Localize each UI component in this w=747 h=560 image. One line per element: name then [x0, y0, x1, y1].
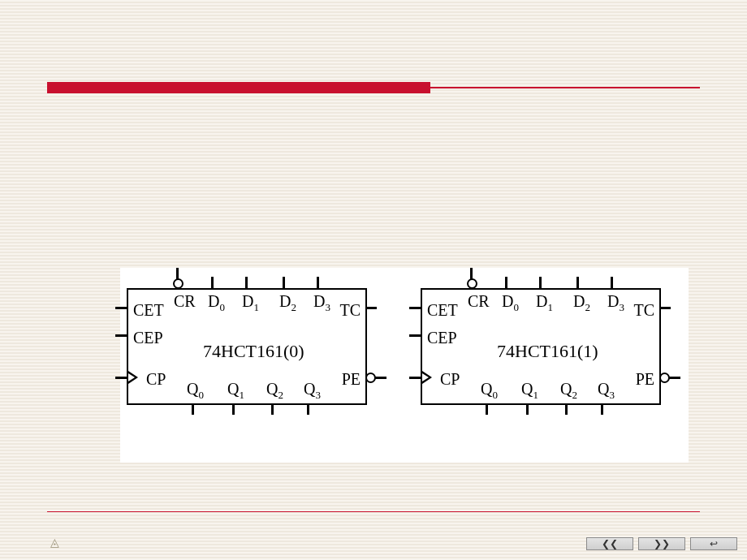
chip-0-q0: Q0 [187, 380, 204, 402]
stub [659, 307, 671, 309]
stub [565, 403, 568, 415]
stub [526, 403, 529, 415]
nav-controls: ❮❮ ❯❯ ↩ [586, 537, 737, 550]
chip-0-d0: D0 [208, 292, 225, 314]
stub [307, 403, 309, 415]
chip-0-q1: Q1 [227, 380, 244, 402]
chip-0-q3: Q3 [304, 380, 321, 402]
chip-0-d1: D1 [242, 292, 259, 314]
stub [505, 277, 507, 288]
chip-1-d1: D1 [536, 292, 553, 314]
footer-line [47, 511, 700, 512]
chip-0-cep: CEP [133, 329, 163, 347]
circuit-diagram: 74HCT161(0) CET CEP CP TC PE CR D0 D1 D2… [120, 268, 689, 463]
negation-bubble-icon [173, 278, 184, 289]
stub [409, 334, 421, 337]
stub [669, 377, 680, 379]
clock-triangle-icon [422, 371, 432, 384]
stub [245, 277, 248, 288]
header-bar-thin [430, 87, 700, 88]
chip-1-d0: D0 [502, 292, 519, 314]
stub [375, 377, 386, 379]
chip-0: 74HCT161(0) CET CEP CP TC PE CR D0 D1 D2… [127, 288, 367, 405]
chip-1-cet: CET [427, 301, 458, 320]
chip-1-d2: D2 [573, 292, 590, 314]
chip-1-d3: D3 [607, 292, 624, 314]
stub [115, 377, 127, 379]
stub [611, 277, 613, 288]
chip-1-tc: TC [633, 301, 654, 320]
chip-1-cp: CP [440, 370, 460, 389]
stub [176, 268, 179, 279]
chip-1-q1: Q1 [521, 380, 538, 402]
header-bar-thick [47, 82, 430, 93]
chip-0-d2: D2 [279, 292, 296, 314]
chip-1-title: 74HCT161(1) [497, 341, 598, 362]
chip-0-q2: Q2 [266, 380, 283, 402]
chip-0-tc: TC [339, 301, 361, 320]
header-bar [47, 82, 700, 93]
chip-0-cp: CP [146, 370, 166, 389]
chip-1-q0: Q0 [481, 380, 498, 402]
stub [115, 334, 127, 337]
chip-0-title: 74HCT161(0) [203, 341, 304, 362]
stub [470, 268, 473, 279]
negation-bubble-icon [467, 278, 477, 289]
next-button[interactable]: ❯❯ [638, 537, 685, 550]
stub [283, 277, 285, 288]
stub [317, 277, 319, 288]
stub [115, 307, 127, 309]
chip-1-pe: PE [636, 370, 654, 389]
back-button[interactable]: ↩ [690, 537, 737, 550]
stub [409, 377, 421, 379]
chip-0-cet: CET [133, 301, 164, 320]
chip-1-q2: Q2 [560, 380, 577, 402]
stub [192, 403, 194, 415]
stub [409, 307, 421, 309]
stub [486, 403, 488, 415]
stub [576, 277, 579, 288]
chip-0-pe: PE [342, 370, 361, 389]
stub [539, 277, 542, 288]
stub [211, 277, 214, 288]
chip-1-q3: Q3 [598, 380, 615, 402]
chip-1-cep: CEP [427, 329, 457, 347]
stub [271, 403, 274, 415]
logo-icon: ◬ [50, 536, 59, 549]
stub [365, 307, 377, 309]
prev-button[interactable]: ❮❮ [586, 537, 633, 550]
chip-1-cr: CR [468, 292, 490, 311]
stub [232, 403, 235, 415]
clock-triangle-icon [128, 371, 138, 384]
chip-0-d3: D3 [313, 292, 330, 314]
stub [601, 403, 603, 415]
chip-1: 74HCT161(1) CET CEP CP TC PE CR D0 D1 D2… [421, 288, 661, 405]
chip-0-cr: CR [174, 292, 196, 311]
